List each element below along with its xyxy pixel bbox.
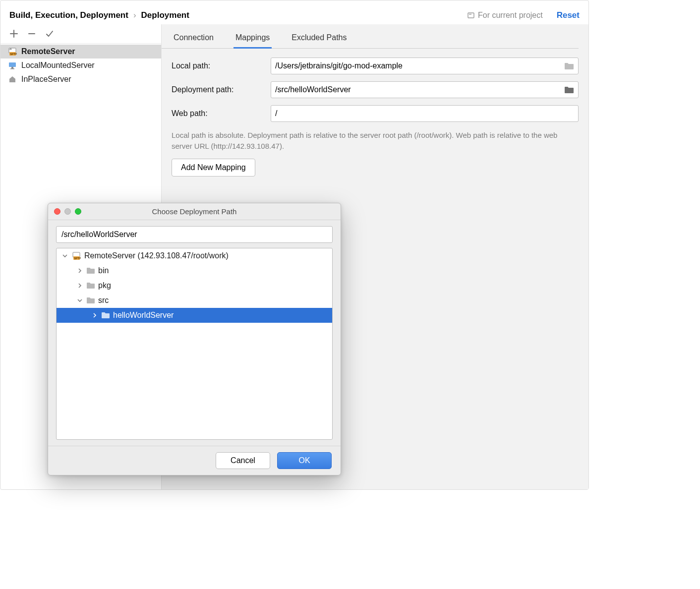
mappings-hint: Local path is absolute. Deployment path … — [172, 129, 579, 159]
tree-node-label: src — [98, 296, 109, 305]
dialog-title: Choose Deployment Path — [54, 207, 335, 216]
choose-deployment-path-dialog: Choose Deployment Path SFTP RemoteServer… — [48, 203, 341, 475]
server-item-mounted[interactable]: LocalMountedServer — [0, 59, 161, 72]
tree-node-label: pkg — [98, 281, 111, 290]
tree-node-bin[interactable]: bin — [57, 263, 332, 278]
tree-root[interactable]: SFTP RemoteServer (142.93.108.47/root/wo… — [57, 248, 332, 263]
local-path-row: Local path: — [172, 58, 579, 74]
folder-icon — [86, 297, 95, 304]
server-label: LocalMountedServer — [21, 61, 95, 70]
server-label: RemoteServer — [21, 47, 75, 56]
window-controls — [54, 208, 81, 215]
minimize-window-icon — [64, 208, 71, 215]
tree-node-helloworldserver[interactable]: helloWorldServer — [57, 308, 332, 323]
current-project-label: For current project — [478, 11, 543, 20]
deployment-path-input[interactable] — [275, 85, 564, 94]
web-path-label: Web path: — [172, 109, 271, 118]
inplace-server-icon — [7, 74, 17, 84]
reset-link[interactable]: Reset — [557, 10, 580, 20]
server-label: InPlaceServer — [21, 75, 71, 84]
deployment-path-label: Deployment path: — [172, 85, 271, 94]
chevron-down-icon[interactable] — [76, 297, 83, 304]
deployment-tabs: Connection Mappings Excluded Paths — [162, 24, 579, 49]
server-list: SFTP RemoteServer LocalMountedServer InP… — [0, 44, 161, 86]
cancel-button[interactable]: Cancel — [216, 452, 270, 469]
svg-text:SFTP: SFTP — [74, 257, 81, 260]
svg-rect-0 — [468, 13, 474, 18]
tab-excluded-paths[interactable]: Excluded Paths — [290, 30, 349, 49]
add-server-button[interactable] — [8, 28, 19, 39]
chevron-right-icon[interactable] — [76, 282, 83, 289]
ok-button[interactable]: OK — [277, 452, 332, 469]
svg-rect-5 — [9, 62, 16, 67]
tree-node-src[interactable]: src — [57, 293, 332, 308]
svg-rect-6 — [11, 67, 13, 68]
local-path-label: Local path: — [172, 61, 271, 70]
web-path-input-wrap — [271, 105, 579, 122]
zoom-window-icon[interactable] — [75, 208, 81, 215]
folder-icon — [86, 282, 95, 289]
folder-icon — [86, 267, 95, 274]
browse-folder-icon[interactable] — [564, 62, 574, 70]
tree-node-label: helloWorldServer — [113, 311, 174, 320]
tree-node-pkg[interactable]: pkg — [57, 278, 332, 293]
tree-root-label: RemoteServer (142.93.108.47/root/work) — [84, 251, 229, 260]
remove-server-button[interactable] — [26, 28, 37, 39]
dialog-titlebar[interactable]: Choose Deployment Path — [48, 203, 341, 220]
local-path-input[interactable] — [275, 61, 564, 70]
svg-text:SFTP: SFTP — [10, 53, 17, 56]
close-window-icon[interactable] — [54, 208, 60, 215]
breadcrumb: Build, Execution, Deployment › Deploymen… — [9, 10, 189, 20]
svg-rect-1 — [469, 14, 471, 14]
mappings-form: Local path: Deployment path: — [162, 49, 579, 177]
folder-icon — [101, 312, 110, 319]
chevron-right-icon[interactable] — [76, 267, 83, 274]
web-path-input[interactable] — [275, 109, 574, 118]
dialog-body: SFTP RemoteServer (142.93.108.47/root/wo… — [48, 220, 341, 446]
sftp-server-icon: SFTP — [71, 251, 81, 261]
web-path-row: Web path: — [172, 105, 579, 122]
breadcrumb-parent[interactable]: Build, Execution, Deployment — [9, 10, 128, 20]
settings-header: Build, Execution, Deployment › Deploymen… — [0, 0, 588, 24]
server-item-remote[interactable]: SFTP RemoteServer — [0, 45, 161, 59]
project-scope-icon — [467, 11, 475, 19]
header-right: For current project Reset — [467, 10, 580, 20]
browse-folder-icon[interactable] — [564, 86, 574, 94]
deployment-path-input-wrap — [271, 81, 579, 98]
chevron-down-icon[interactable] — [61, 252, 68, 259]
tree-node-label: bin — [98, 266, 109, 275]
breadcrumb-current: Deployment — [141, 10, 189, 20]
dialog-path-input[interactable] — [56, 226, 333, 243]
settings-window: Build, Execution, Deployment › Deploymen… — [0, 0, 589, 490]
current-project-indicator: For current project — [467, 11, 543, 20]
svg-rect-7 — [10, 68, 14, 69]
server-item-inplace[interactable]: InPlaceServer — [0, 72, 161, 86]
dialog-footer: Cancel OK — [48, 446, 341, 475]
set-default-button[interactable] — [44, 28, 55, 39]
local-path-input-wrap — [271, 58, 579, 74]
tab-connection[interactable]: Connection — [172, 30, 216, 49]
chevron-right-icon: › — [133, 10, 136, 20]
sftp-server-icon: SFTP — [7, 47, 17, 57]
remote-tree: SFTP RemoteServer (142.93.108.47/root/wo… — [56, 248, 333, 440]
deployment-path-row: Deployment path: — [172, 81, 579, 98]
add-new-mapping-button[interactable]: Add New Mapping — [172, 159, 255, 177]
mounted-server-icon — [7, 60, 17, 70]
sidebar-toolbar — [0, 24, 161, 44]
tab-mappings[interactable]: Mappings — [233, 30, 272, 49]
chevron-right-icon[interactable] — [91, 312, 98, 319]
